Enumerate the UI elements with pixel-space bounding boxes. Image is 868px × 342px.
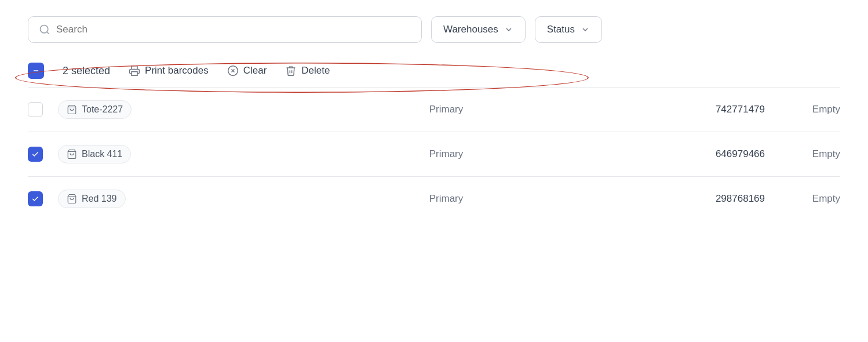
row-warehouse-tote-2227: Primary [243, 104, 649, 115]
row-barcode-tote-2227: 742771479 [649, 104, 765, 115]
check-icon [31, 150, 39, 158]
check-icon [31, 195, 39, 203]
row-name-red-139: Red 139 [58, 190, 243, 208]
chevron-down-icon [504, 25, 513, 34]
tote-name: Black 411 [82, 149, 122, 159]
selected-count-label: 2 selected [63, 65, 110, 77]
row-status-black-411: Empty [765, 148, 840, 160]
row-checkbox-tote-2227[interactable] [28, 102, 58, 117]
print-barcodes-label: Print barcodes [145, 65, 209, 77]
search-box[interactable] [28, 16, 422, 43]
selection-toolbar: 2 selected Print barcodes Clear Delete [0, 54, 868, 87]
clear-button[interactable]: Clear [227, 65, 267, 77]
select-all-checkbox[interactable] [28, 63, 44, 79]
checked-checkbox[interactable] [28, 147, 43, 162]
cart-icon [67, 149, 77, 159]
row-warehouse-black-411: Primary [243, 148, 649, 160]
svg-point-0 [41, 26, 48, 33]
table-row: Black 411 Primary 646979466 Empty [28, 132, 840, 176]
chevron-down-icon [581, 25, 590, 34]
delete-button[interactable]: Delete [285, 65, 330, 77]
status-filter-button[interactable]: Status [535, 16, 602, 43]
table-row: Tote-2227 Primary 742771479 Empty [28, 87, 840, 132]
row-warehouse-red-139: Primary [243, 193, 649, 205]
svg-line-1 [47, 32, 49, 34]
minus-icon [32, 67, 40, 75]
unchecked-checkbox[interactable] [28, 102, 43, 117]
printer-icon [129, 65, 140, 77]
svg-rect-3 [132, 72, 137, 76]
delete-label: Delete [301, 65, 330, 77]
circle-x-icon [227, 65, 239, 77]
search-input[interactable] [56, 24, 411, 35]
row-name-black-411: Black 411 [58, 145, 243, 163]
warehouses-filter-button[interactable]: Warehouses [431, 16, 526, 43]
row-status-red-139: Empty [765, 193, 840, 205]
search-icon [39, 24, 50, 35]
print-barcodes-button[interactable]: Print barcodes [129, 65, 209, 77]
clear-label: Clear [243, 65, 267, 77]
cart-icon [67, 104, 77, 115]
tote-badge: Black 411 [58, 145, 131, 163]
row-checkbox-black-411[interactable] [28, 147, 58, 162]
row-name-tote-2227: Tote-2227 [58, 100, 243, 119]
row-checkbox-red-139[interactable] [28, 191, 58, 206]
tote-name: Tote-2227 [82, 104, 123, 115]
row-barcode-black-411: 646979466 [649, 148, 765, 160]
cart-icon [67, 194, 77, 204]
tote-name: Red 139 [82, 194, 117, 204]
table-body: Tote-2227 Primary 742771479 Empty Black … [0, 87, 868, 221]
row-barcode-red-139: 298768169 [649, 193, 765, 205]
status-filter-label: Status [547, 24, 575, 35]
tote-badge: Red 139 [58, 190, 126, 208]
checked-checkbox[interactable] [28, 191, 43, 206]
row-status-tote-2227: Empty [765, 104, 840, 115]
table-row: Red 139 Primary 298768169 Empty [28, 176, 840, 221]
top-bar: Warehouses Status [0, 0, 868, 54]
trash-icon [285, 65, 297, 77]
tote-badge: Tote-2227 [58, 100, 132, 119]
warehouses-filter-label: Warehouses [443, 24, 498, 35]
